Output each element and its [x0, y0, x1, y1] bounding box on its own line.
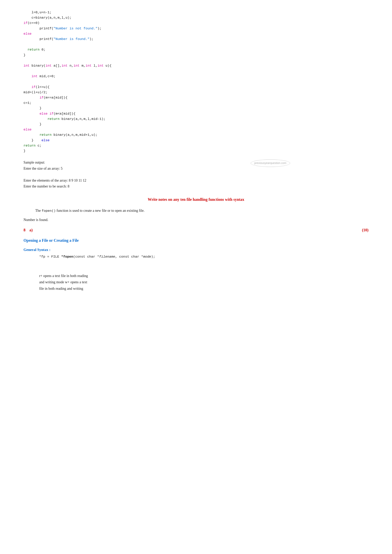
sample-output-line2: Enter the elements of the array: 8 9 10 …: [23, 178, 369, 184]
fopen-code: fopen(): [42, 209, 56, 213]
question-part: a): [29, 228, 33, 232]
code-line-5: else: [23, 31, 369, 36]
code-line-12: mid=(l+u)/2;: [23, 90, 369, 95]
code-line-11: if(l<=u){: [23, 84, 369, 90]
code-line-22: return c;: [23, 143, 369, 148]
page-content: l=0,u=n-1; c=binary(a,n,m,l,u); if(c==0)…: [23, 8, 369, 292]
code-line-13: if(m==a[mid]){: [23, 95, 369, 100]
code-line-blank3: [23, 68, 369, 74]
question-number: 8: [23, 228, 26, 232]
question-heading: Write notes on any ten file handling fun…: [23, 197, 369, 202]
sample-output-section: previousyearquestion.com Sample output: …: [23, 159, 369, 189]
description-block: r+ opens a text file in both reading and…: [39, 273, 369, 292]
code-line-20: return binary(a,n,m,mid+1,u);: [23, 132, 369, 138]
question-marks: (10): [362, 228, 369, 232]
desc-line3: file in both reading and writing: [39, 285, 369, 292]
code-block: l=0,u=n-1; c=binary(a,n,m,l,u); if(c==0)…: [23, 8, 369, 156]
code-line-9: int binary(int a[],int n,int m,int l,int…: [23, 63, 369, 68]
syntax-line: *fp = FILE *fopen(const char *filename, …: [39, 255, 369, 259]
code-line-15: }: [23, 106, 369, 111]
code-line-2: c=binary(a,n,m,l,u);: [23, 15, 369, 20]
code-line-4: printf("Number is not found.");: [23, 26, 369, 31]
code-line-10: int mid,c=0;: [23, 74, 369, 79]
sample-output-line1: Enter the size of an array: 5: [23, 166, 369, 172]
code-line-blank4: [23, 79, 369, 84]
code-line-3: if(c==0): [23, 20, 369, 26]
code-line-16: else if(m<a[mid]){: [23, 111, 369, 116]
code-line-blank1: [23, 42, 369, 47]
code-line-18: }: [23, 122, 369, 127]
question-number-part: 8 a): [23, 228, 33, 232]
question-label-row: 8 a) (10): [23, 228, 369, 232]
desc-line2: and writing mode w+ opens a text: [39, 279, 369, 285]
code-line-19: else: [23, 127, 369, 132]
section-title: Opening a File or Creating a File: [23, 238, 369, 243]
code-line-6: printf("Number is found.");: [23, 36, 369, 42]
code-line-14: c=1;: [23, 100, 369, 106]
code-line-21: } else: [23, 138, 369, 143]
sample-output-line3: Enter the number to be search: 8: [23, 183, 369, 189]
general-syntax-title: General Syntax :: [23, 248, 369, 252]
number-found-text: Number is found.: [23, 218, 369, 222]
code-line-1: l=0,u=n-1;: [23, 10, 369, 15]
code-line-23: }: [23, 148, 369, 154]
code-line-17: return binary(a,n,m,l,mid-1);: [23, 116, 369, 122]
sample-output-label: Sample output:: [23, 159, 369, 166]
intro-paragraph: The fopen() The fopen() function is used…: [23, 208, 369, 214]
code-line-8: }: [23, 53, 369, 58]
watermark-oval: previousyearquestion.com: [251, 159, 290, 167]
code-line-blank2: [23, 58, 369, 63]
code-line-7: return 0;: [23, 47, 369, 52]
desc-line1: r+ opens a text file in both reading: [39, 273, 369, 279]
